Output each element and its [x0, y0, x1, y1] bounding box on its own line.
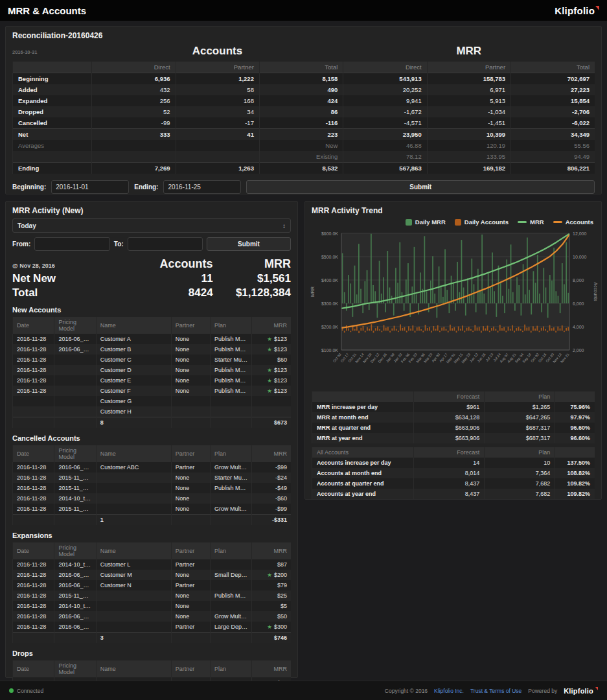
- reconciliation-table: DirectPartnerTotalDirectPartnerTotal Beg…: [12, 62, 595, 174]
- table-row: 2016-11-28Customer CNoneStarter Multi...…: [13, 355, 292, 365]
- chart-legend: Daily MRRDaily AccountsMRRAccounts: [305, 218, 601, 227]
- column-header: Date: [13, 660, 54, 677]
- table-row: 2016-11-282015-11_mu...NonePublish Multi…: [13, 483, 292, 493]
- table-row: 2016-11-282015-11_mu...NoneStarter Multi…: [13, 472, 292, 483]
- powered-by-text: Powered by: [528, 688, 557, 694]
- legend-item: MRR: [518, 218, 544, 226]
- table-row: Accounts at year end8,4377,682109.82%: [312, 489, 595, 499]
- column-header: Plan: [210, 317, 251, 334]
- star-icon: ★: [267, 377, 272, 384]
- table-row: Dropped523486-1,672-1,034-2,706: [13, 106, 595, 117]
- page-title: MRR & Accounts: [8, 5, 86, 16]
- column-header: Pricing Model: [54, 542, 96, 559]
- section-title-expansions: Expansions: [12, 531, 291, 539]
- legend-item: Daily MRR: [406, 218, 446, 226]
- section-title-cancelled-accounts: Cancelled Accounts: [12, 434, 291, 442]
- table-row: MRR increase per day$961$1,26575.96%: [312, 402, 595, 412]
- column-header: Pricing Model: [54, 660, 96, 677]
- mrr-forecast-table: ForecastPlanMRR increase per day$961$1,2…: [312, 391, 595, 443]
- to-date-input[interactable]: [128, 237, 203, 251]
- column-header: Partner: [171, 317, 210, 334]
- group-header-row: 2016-10-31 Accounts MRR: [6, 43, 601, 62]
- svg-text:MRR: MRR: [310, 286, 315, 297]
- ending-label: Ending:: [134, 183, 158, 191]
- table-row: 2016-11-282016-06_mu...PartnerLarge Depa…: [13, 622, 292, 633]
- column-header: Name: [96, 317, 171, 334]
- svg-text:Jul 10: Jul 10: [485, 353, 494, 362]
- table-row: 2016-11-282014-10_tie...None$5: [13, 601, 292, 611]
- column-header: Name: [96, 542, 171, 559]
- column-header: Plan: [210, 445, 251, 462]
- section-title-new-accounts: New Accounts: [12, 306, 291, 314]
- klipfolio-footer-logo: Klipfolio: [564, 687, 598, 695]
- reconciliation-submit-button[interactable]: Submit: [246, 180, 595, 194]
- star-icon: ★: [267, 572, 272, 578]
- column-header: Pricing Model: [54, 317, 96, 334]
- as-of-date: 2016-10-31: [12, 49, 91, 58]
- svg-text:$600.0K: $600.0K: [321, 231, 338, 236]
- table-row: 2016-11-28Customer FNonePublish Multi...…: [13, 386, 292, 396]
- accounts-forecast-table: All AccountsForecastPlanAccounts increas…: [312, 447, 595, 499]
- panel-title: Reconciliation-20160426: [6, 27, 601, 43]
- total-mrr: $1,128,384: [213, 286, 291, 299]
- column-header: MRR: [252, 542, 291, 559]
- legend-swatch: [406, 219, 412, 226]
- table-row: Accounts increase per day1410137.50%: [312, 458, 595, 468]
- activity-submit-button[interactable]: Submit: [207, 237, 291, 251]
- total-label: Total: [12, 286, 113, 299]
- star-icon: ★: [267, 388, 272, 394]
- svg-text:$400.0K: $400.0K: [321, 278, 338, 283]
- date-range-select[interactable]: Today ↕: [12, 218, 291, 233]
- table-row: Ending7,2691,2638,532567,863169,182806,2…: [13, 163, 595, 174]
- mrr-activity-trend-panel: MRR Activity Trend Daily MRRDaily Accoun…: [304, 201, 602, 500]
- table-row: Added4325849020,2526,97127,223: [13, 84, 595, 95]
- from-date-input[interactable]: [34, 237, 109, 251]
- net-new-accounts: 11: [113, 272, 213, 285]
- column-header: MRR: [252, 660, 291, 677]
- svg-text:$300.0K: $300.0K: [321, 301, 338, 306]
- table-row: 2016-11-282015-11_mu...NonePublish Multi…: [13, 590, 292, 601]
- accounts-group-header: Accounts: [91, 45, 343, 58]
- beginning-label: Beginning:: [12, 183, 46, 191]
- table-cancelled-accounts: DatePricing ModelNamePartnerPlanMRR2016-…: [12, 445, 291, 525]
- star-icon: ★: [267, 624, 272, 630]
- svg-text:Accounts: Accounts: [593, 283, 598, 301]
- total-row: 8$673: [13, 417, 292, 428]
- date-range-selected: Today: [17, 222, 36, 229]
- ending-date-input[interactable]: [163, 180, 241, 194]
- column-header: Partner: [171, 660, 210, 677]
- column-header: Date: [13, 317, 54, 334]
- reconciliation-controls: Beginning: Ending: Submit: [6, 174, 601, 200]
- section-title-drops: Drops: [12, 649, 291, 657]
- to-label: To:: [114, 240, 124, 248]
- trend-chart: $100.0K2,000$200.0K4,000$300.0K6,000$400…: [305, 227, 601, 388]
- table-row: MRR at year end$663,906$687,31796.60%: [312, 433, 595, 443]
- table-row: Net3334122323,95010,39934,349: [13, 129, 595, 141]
- column-header: Direct: [92, 62, 176, 73]
- table-row: Customer G: [13, 396, 292, 406]
- table-row: 2016-11-282016-06_mu...Customer MNoneSma…: [13, 570, 292, 580]
- terms-link[interactable]: Trust & Terms of Use: [470, 688, 521, 694]
- legend-item: Accounts: [553, 218, 593, 226]
- mrr-group-header: MRR: [343, 45, 595, 58]
- column-header: Date: [13, 542, 54, 559]
- select-arrows-icon: ↕: [282, 222, 286, 229]
- summary-accounts-header: Accounts: [113, 257, 213, 271]
- table-row: Accounts at quarter end8,4377,682109.82%: [312, 478, 595, 489]
- table-row: Beginning6,9361,2228,158543,913158,78370…: [13, 73, 595, 85]
- column-header: Partner: [427, 62, 510, 73]
- column-header: MRR: [252, 317, 291, 334]
- company-link[interactable]: Klipfolio Inc.: [434, 688, 464, 694]
- column-header: Partner: [171, 445, 210, 462]
- column-header: Plan: [210, 660, 251, 677]
- beginning-date-input[interactable]: [51, 180, 129, 194]
- column-header: Total: [511, 62, 595, 73]
- star-icon: ★: [267, 346, 272, 353]
- column-header: MRR: [252, 445, 291, 462]
- table-row: MRR at month end$634,128$647,26597.97%: [312, 412, 595, 423]
- svg-text:2,000: 2,000: [573, 348, 584, 353]
- table-row: Existing78.12133.9594.49: [13, 151, 595, 163]
- reconciliation-panel: Reconciliation-20160426 2016-10-31 Accou…: [5, 26, 602, 194]
- table-row: 2016-11-28Customer ENonePublish Multi...…: [13, 375, 292, 386]
- net-new-label: Net New: [12, 272, 113, 285]
